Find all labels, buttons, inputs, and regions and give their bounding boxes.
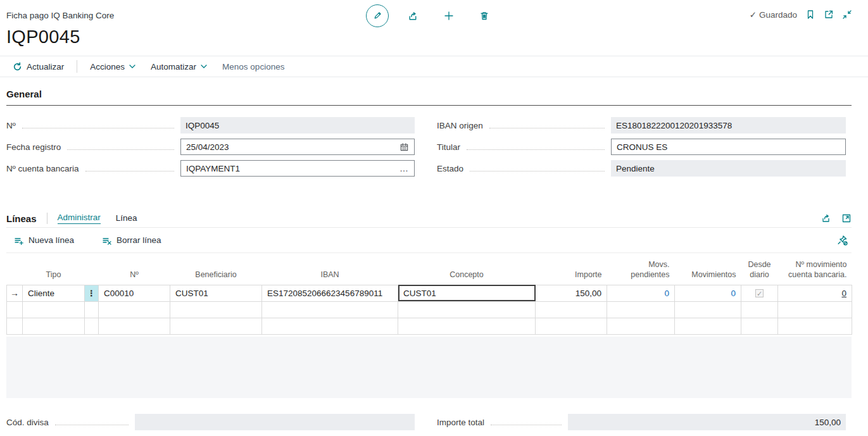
delete-button[interactable] (479, 11, 489, 21)
edit-button[interactable] (366, 4, 389, 27)
col-options (85, 253, 99, 285)
estado-value: Pendiente (611, 160, 846, 177)
dotted-leader (67, 144, 174, 150)
dotted-leader (22, 123, 174, 128)
dotted-leader (491, 420, 562, 425)
record-action-icons (366, 4, 489, 28)
cell-movimientos[interactable]: 0 (675, 285, 741, 301)
check-icon: ✓ (750, 9, 757, 20)
new-line-icon (14, 235, 24, 246)
cod-divisa-label: Cód. divisa (6, 418, 49, 427)
col-movs-pendientes[interactable]: Movs. pendientes (607, 253, 675, 285)
col-movimientos[interactable]: Movimientos (675, 253, 741, 285)
collapse-button[interactable] (842, 9, 852, 20)
col-iban[interactable]: IBAN (262, 253, 398, 285)
menos-opciones-label: Menos opciones (222, 62, 284, 72)
menos-opciones-button[interactable]: Menos opciones (217, 62, 289, 72)
col-importe[interactable]: Importe (536, 253, 607, 285)
expand-icon (841, 213, 852, 223)
action-bar-separator (77, 60, 77, 73)
cell-concepto-focused[interactable]: CUST01 (398, 285, 536, 301)
new-button[interactable] (444, 11, 454, 21)
tab-administrar[interactable]: Administrar (58, 213, 101, 224)
cuenta-bancaria-input[interactable]: IQPAYMENT1 … (180, 160, 415, 177)
general-right-column: IBAN origen ES1801822200120201933578 Tit… (437, 117, 846, 182)
chevron-down-icon (129, 65, 135, 68)
page-title: IQP0045 (6, 27, 80, 47)
col-desde-diario[interactable]: Desde diario (741, 253, 778, 285)
lines-section-title: Líneas (6, 213, 37, 224)
share-icon (821, 213, 831, 223)
dotted-leader (55, 420, 129, 425)
col-beneficiario[interactable]: Beneficiario (170, 253, 262, 285)
importe-total-label: Importe total (437, 418, 484, 427)
collapse-arrows-icon (842, 9, 852, 20)
no-label: Nº (6, 121, 16, 130)
pencil-icon (372, 11, 382, 21)
cell-iban[interactable]: ES1720852066623456789011 (262, 285, 398, 301)
unpin-button[interactable] (837, 235, 848, 246)
cell-movs-pendientes[interactable]: 0 (607, 285, 675, 301)
desde-diario-checkbox: ✓ (755, 289, 764, 297)
table-row-empty (7, 301, 852, 318)
automatizar-menu[interactable]: Automatizar (146, 62, 212, 72)
cod-divisa-value (135, 414, 415, 430)
tab-linea[interactable]: Línea (116, 213, 137, 224)
general-left-column: Nº IQP0045 Fecha registro 25/04/2023 Nº … (6, 117, 415, 182)
lookup-ellipsis-icon[interactable]: … (399, 165, 409, 171)
field-no: Nº IQP0045 (6, 117, 415, 134)
window-controls: ✓ Guardado (750, 9, 852, 20)
share-icon (408, 11, 418, 22)
bookmark-button[interactable] (805, 9, 815, 20)
table-row-empty (7, 318, 852, 334)
dotted-leader (467, 144, 605, 150)
lines-share-button[interactable] (821, 213, 831, 223)
cell-tipo[interactable]: Cliente (23, 285, 85, 301)
field-iban-origen: IBAN origen ES1801822200120201933578 (437, 117, 846, 134)
fecha-registro-input[interactable]: 25/04/2023 (180, 139, 415, 155)
popout-icon (824, 9, 834, 20)
col-concepto[interactable]: Concepto (398, 253, 536, 285)
calendar-icon[interactable] (399, 142, 409, 152)
action-bar: Actualizar Acciones Automatizar Menos op… (0, 56, 868, 77)
col-tipo[interactable]: Tipo (23, 253, 85, 285)
lines-header-separator (47, 213, 47, 224)
bookmark-icon (805, 9, 815, 20)
n-movimiento-link[interactable]: 0 (841, 289, 846, 298)
col-selector (7, 253, 23, 285)
cell-importe[interactable]: 150,00 (536, 285, 607, 301)
cell-n-movimiento[interactable]: 0 (778, 285, 852, 301)
cell-desde-diario[interactable]: ✓ (741, 285, 778, 301)
grid-empty-area (6, 337, 852, 398)
row-options-cell[interactable]: ⋮ (85, 285, 99, 301)
refresh-button[interactable]: Actualizar (8, 62, 69, 72)
field-cod-divisa: Cód. divisa (6, 414, 415, 430)
lines-grid: Tipo Nº Beneficiario IBAN Concepto Impor… (6, 253, 852, 335)
estado-label: Estado (437, 164, 463, 173)
delete-line-button[interactable]: Borrar línea (102, 235, 161, 246)
lines-toolbar: Nueva línea Borrar línea (6, 228, 852, 253)
cuenta-bancaria-label: Nº cuenta bancaria (6, 164, 79, 173)
lines-section-header: Líneas Administrar Línea (6, 209, 852, 228)
acciones-menu[interactable]: Acciones (85, 62, 141, 72)
col-n-movimiento[interactable]: Nº movimiento cuenta bancaria. (778, 253, 852, 285)
lines-expand-button[interactable] (841, 213, 852, 223)
no-value: IQP0045 (180, 117, 415, 134)
titular-input[interactable]: CRONUS ES (611, 139, 846, 155)
cell-beneficiario[interactable]: CUST01 (170, 285, 262, 301)
general-section-title[interactable]: General (6, 89, 852, 106)
automatizar-label: Automatizar (151, 62, 196, 72)
trash-icon (479, 11, 489, 21)
col-no[interactable]: Nº (99, 253, 170, 285)
cell-no[interactable]: C00010 (99, 285, 170, 301)
refresh-icon (13, 62, 22, 72)
titular-label: Titular (437, 142, 460, 152)
row-selector-cell[interactable]: → (7, 285, 23, 301)
field-estado: Estado Pendiente (437, 160, 846, 177)
save-status: ✓ Guardado (750, 9, 797, 20)
field-cuenta-bancaria: Nº cuenta bancaria IQPAYMENT1 … (6, 160, 415, 177)
open-in-new-window-button[interactable] (824, 9, 834, 20)
dotted-leader (470, 166, 605, 171)
share-button[interactable] (408, 11, 418, 22)
new-line-button[interactable]: Nueva línea (14, 235, 74, 246)
